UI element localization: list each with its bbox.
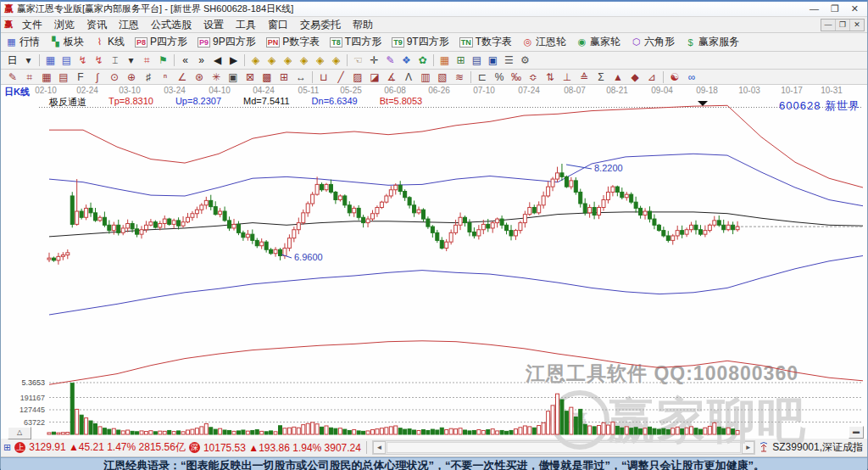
menu-item-设置[interactable]: 设置 — [198, 17, 230, 32]
square-grid-tool-icon[interactable]: ▦ — [38, 70, 55, 84]
next-bar-icon[interactable]: ▶ — [225, 53, 242, 69]
gann-diamond-4-icon[interactable]: ◈ — [296, 53, 312, 69]
crosshair-icon[interactable]: ✛ — [366, 53, 382, 69]
candle-style-icon[interactable]: ⌶ — [107, 53, 123, 69]
menu-item-浏览[interactable]: 浏览 — [48, 17, 81, 32]
first-bar-icon[interactable]: « — [177, 53, 193, 69]
extend-tool-icon[interactable]: ↔ — [292, 70, 309, 84]
circle-cross-tool-icon[interactable]: ⊕ — [123, 70, 140, 84]
trend-line2-icon[interactable]: ↯ — [91, 53, 107, 69]
export-icon[interactable]: ⚙ — [517, 53, 533, 69]
taiji-icon[interactable]: ☯ — [666, 70, 683, 84]
hexagon-button[interactable]: ⬡六角形 — [626, 35, 680, 49]
menu-item-窗口[interactable]: 窗口 — [262, 17, 294, 32]
period-dropdown-arrow[interactable]: ▾ — [20, 53, 36, 69]
shenzhen-index-quote[interactable]: 10175.53 ▲193.86 1.94% 3907.24 — [203, 442, 361, 454]
perpendicular-icon[interactable]: ⊥ — [559, 70, 576, 84]
minimize-button[interactable]: — — [810, 3, 819, 14]
menu-item-资讯[interactable]: 资讯 — [81, 17, 113, 32]
calculator-icon[interactable]: ⊞ — [453, 53, 469, 69]
menu-item-帮助[interactable]: 帮助 — [347, 17, 379, 32]
menu-item-文件[interactable]: 文件 — [16, 17, 48, 32]
gann-wheel-button[interactable]: ◎江恩轮 — [517, 35, 571, 49]
diamond-tool-icon[interactable]: ◆ — [626, 70, 643, 84]
pane-toggle-button[interactable]: △ — [8, 427, 31, 439]
p-square-button[interactable]: P8P四方形 — [130, 35, 192, 49]
row-grid-tool-icon[interactable]: ▤ — [55, 70, 72, 84]
compass-tool-icon[interactable]: ⊙ — [106, 70, 123, 84]
period-day-button[interactable]: 日 — [4, 53, 20, 69]
mdi-restore-button[interactable]: ❐ — [835, 20, 849, 31]
percent-tool-icon[interactable]: % — [491, 70, 508, 84]
winner-service-button[interactable]: $赢家服务 — [680, 35, 744, 49]
trendline-tool-icon[interactable]: ╱ — [332, 70, 349, 84]
triangle-tool-icon[interactable]: ▲ — [609, 70, 626, 84]
petal-tool-icon[interactable]: ✿ — [415, 53, 431, 69]
right-triangle-tool-icon[interactable]: ⊿ — [643, 70, 660, 84]
gann-diamond-1-icon[interactable]: ◈ — [248, 53, 264, 69]
equal-bands-icon[interactable]: ≎ — [525, 70, 542, 84]
trend-line-icon[interactable]: ↯ — [75, 53, 91, 69]
kline-button[interactable]: ⌇K线 — [89, 35, 130, 49]
curve-tool-icon[interactable]: ∫ — [89, 70, 106, 84]
t-number-table-button[interactable]: TNT数字表 — [454, 35, 517, 49]
menu-item-工具[interactable]: 工具 — [230, 17, 262, 32]
box-tool-icon[interactable]: ▣ — [225, 70, 242, 84]
half-box-tool-icon[interactable]: ◪ — [366, 70, 383, 84]
plus-grid-tool-icon[interactable]: ⊞ — [275, 70, 292, 84]
kline-combine-icon[interactable]: ⌗ — [139, 53, 155, 69]
hatch-tool-icon[interactable]: ▨ — [349, 70, 366, 84]
gann-diamond-5-icon[interactable]: ◈ — [312, 53, 328, 69]
shanghai-index-icon[interactable]: 上 — [14, 442, 25, 453]
mdi-minimize-button[interactable]: — — [821, 20, 835, 31]
sectors-button[interactable]: ▚板块 — [45, 35, 89, 49]
vline-grid-tool-icon[interactable]: ▥ — [417, 70, 434, 84]
last-bar-icon[interactable]: » — [193, 53, 209, 69]
report-icon[interactable]: ▤ — [469, 53, 485, 69]
quote-board-icon[interactable]: ▤ — [58, 53, 75, 69]
infinity-icon[interactable]: ∞ — [683, 70, 700, 84]
quotes-button[interactable]: ▦行情 — [1, 35, 45, 49]
save-icon[interactable]: ▣ — [485, 53, 501, 69]
panel-grid-icon[interactable]: ⊞ — [3, 442, 11, 453]
nine-p-square-button[interactable]: P99P四方形 — [192, 35, 261, 49]
nine-t-square-button[interactable]: T99T四方形 — [387, 35, 454, 49]
mark-flag-icon[interactable]: ⚑ — [155, 53, 171, 69]
power-tool-icon[interactable]: ⁿ — [157, 70, 174, 84]
close-button[interactable]: ✕ — [851, 3, 859, 14]
angle-tool-icon[interactable]: ∠ — [174, 70, 191, 84]
measure-icon[interactable]: ✎ — [382, 53, 398, 69]
pen-tool-icon[interactable]: ✎ — [4, 70, 21, 84]
gann-shape-icon[interactable]: ❖ — [398, 53, 415, 69]
measured-angle-icon[interactable]: ∡ — [383, 70, 400, 84]
wave-tool-icon[interactable]: ≋ — [451, 70, 468, 84]
channel-tool-icon[interactable]: ⊔ — [315, 70, 332, 84]
diag-hatch-tool-icon[interactable]: ▧ — [434, 70, 451, 84]
print-icon[interactable]: ☰ — [501, 53, 517, 69]
sum-tool-icon[interactable]: Σ — [593, 70, 609, 84]
winner-wheel-button[interactable]: ◉赢家轮 — [571, 35, 626, 49]
grid-tool-icon[interactable]: ⌗ — [21, 70, 38, 84]
kline-chart[interactable]: 191167127445637225.36538.22006.9600 — [1, 85, 867, 439]
mdi-close-button[interactable]: ✕ — [849, 20, 864, 31]
hash-grid-tool-icon[interactable]: ♯ — [140, 70, 157, 84]
bracket-tool-icon[interactable]: ⊏ — [474, 70, 491, 84]
restore-button[interactable]: ❐ — [831, 3, 839, 14]
updown-measure-icon[interactable]: ⇅ — [542, 70, 559, 84]
market-grid-icon[interactable]: ▦ — [42, 53, 58, 69]
pane-resize-button[interactable]: ▬ — [849, 426, 864, 439]
menu-item-江恩[interactable]: 江恩 — [113, 17, 145, 32]
box-x-tool-icon[interactable]: ⊠ — [242, 70, 259, 84]
menu-item-公式选股[interactable]: 公式选股 — [145, 17, 198, 32]
gann-diamond-3-icon[interactable]: ◈ — [280, 53, 296, 69]
t-square-button[interactable]: T8T四方形 — [325, 35, 387, 49]
p-number-table-button[interactable]: PNP数字表 — [261, 35, 326, 49]
wedge-tool-icon[interactable]: Λ — [400, 70, 417, 84]
permille-tool-icon[interactable]: ‰ — [508, 70, 525, 84]
candle-style-dropdown[interactable]: ▾ — [123, 53, 139, 69]
hand-tool-icon[interactable]: ☜ — [350, 53, 366, 69]
gann-diamond-6-icon[interactable]: ◈ — [328, 53, 344, 69]
gann-fan-icon[interactable]: ⊛ — [191, 70, 208, 84]
shenzhen-index-icon[interactable]: 深 — [189, 442, 200, 453]
shade-grid-tool-icon[interactable]: ▩ — [259, 70, 275, 84]
